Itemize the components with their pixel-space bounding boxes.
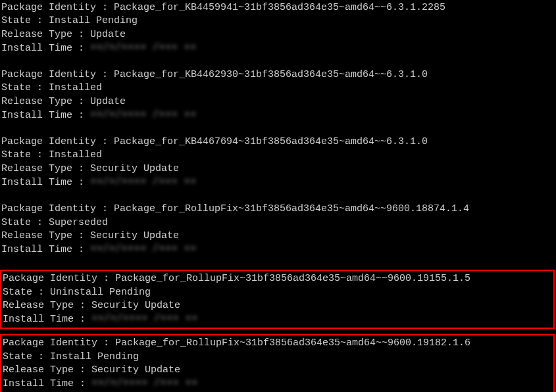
label-release: Release Type : [1,29,90,40]
value-state: Install Pending [50,351,139,362]
label-identity: Package Identity : [3,273,115,284]
package-entry: Package Identity : Package_for_RollupFix… [0,203,556,257]
label-state: State : [3,351,50,362]
label-time: Install Time : [3,314,91,325]
package-identity-line: Package Identity : Package_for_RollupFix… [1,203,555,216]
label-time: Install Time : [3,378,91,389]
value-time-redacted: ▪▪/▪/▪▪▪▪ /▪▪▪ ▪▪ [91,377,198,390]
package-identity-line: Package Identity : Package_for_RollupFix… [3,337,552,350]
label-release: Release Type : [3,364,91,376]
package-state-line: State : Uninstall Pending [3,286,552,299]
label-time: Install Time : [1,43,90,54]
package-time-line: Install Time : ▪▪/▪/▪▪▪▪ /▪▪▪ ▪▪ [3,377,552,391]
value-state: Installed [49,149,102,160]
package-entry-highlighted: Package Identity : Package_for_RollupFix… [0,270,555,329]
label-identity: Package Identity : [1,2,114,13]
value-state: Superseded [49,217,108,228]
value-state: Uninstall Pending [50,287,151,298]
label-identity: Package Identity : [1,136,114,147]
package-entry: Package Identity : Package_for_KB4462930… [0,68,556,122]
label-state: State : [1,217,49,228]
package-time-line: Install Time : ▪▪/▪/▪▪▪▪ /▪▪▪ ▪▪ [1,243,555,257]
value-release: Security Update [90,163,179,174]
label-time: Install Time : [1,244,90,255]
label-release: Release Type : [1,96,90,107]
label-release: Release Type : [1,163,90,174]
label-state: State : [1,15,49,26]
value-time-redacted: ▪▪/▪/▪▪▪▪ /▪▪▪ ▪▪ [91,312,198,326]
value-identity: Package_for_KB4467694~31bf3856ad364e35~a… [114,136,428,147]
label-identity: Package Identity : [3,337,115,349]
package-release-line: Release Type : Security Update [1,230,555,243]
value-release: Update [90,96,126,107]
value-identity: Package_for_RollupFix~31bf3856ad364e35~a… [114,203,469,214]
value-release: Security Update [90,230,179,241]
package-identity-line: Package Identity : Package_for_RollupFix… [3,272,552,285]
package-release-line: Release Type : Security Update [3,299,552,312]
package-release-line: Release Type : Security Update [3,364,552,377]
package-release-line: Release Type : Update [1,28,555,41]
label-release: Release Type : [1,230,90,241]
package-entry: Package Identity : Package_for_KB4459941… [0,1,556,55]
package-time-line: Install Time : ▪▪/▪/▪▪▪▪ /▪▪▪ ▪▪ [3,312,552,326]
package-state-line: State : Install Pending [1,14,555,28]
package-state-line: State : Install Pending [3,351,552,364]
package-state-line: State : Superseded [1,216,555,230]
label-identity: Package Identity : [1,69,114,80]
package-time-line: Install Time : ▪▪/▪/▪▪▪▪ /▪▪▪ ▪▪ [1,109,555,122]
value-state: Install Pending [49,15,138,26]
package-time-line: Install Time : ▪▪/▪/▪▪▪▪ /▪▪▪ ▪▪ [1,176,555,189]
label-time: Install Time : [1,110,90,121]
package-identity-line: Package Identity : Package_for_KB4467694… [1,135,555,149]
value-time-redacted: ▪▪/▪/▪▪▪▪ /▪▪▪ ▪▪ [90,41,197,55]
package-release-line: Release Type : Update [1,95,555,109]
package-identity-line: Package Identity : Package_for_KB4462930… [1,68,555,82]
label-state: State : [1,82,49,93]
package-state-line: State : Installed [1,149,555,162]
value-release: Update [90,29,126,40]
label-state: State : [1,149,49,160]
package-state-line: State : Installed [1,82,555,95]
value-identity: Package_for_KB4462930~31bf3856ad364e35~a… [114,69,428,80]
package-release-line: Release Type : Security Update [1,162,555,176]
package-entry-highlighted: Package Identity : Package_for_RollupFix… [0,334,555,392]
value-identity: Package_for_RollupFix~31bf3856ad364e35~a… [115,337,470,349]
label-time: Install Time : [1,177,90,188]
label-release: Release Type : [3,300,91,311]
value-release: Security Update [91,300,180,311]
label-identity: Package Identity : [1,203,114,214]
value-release: Security Update [91,364,180,376]
package-time-line: Install Time : ▪▪/▪/▪▪▪▪ /▪▪▪ ▪▪ [1,41,555,55]
value-identity: Package_for_KB4459941~31bf3856ad364e35~a… [114,2,445,13]
value-time-redacted: ▪▪/▪/▪▪▪▪ /▪▪▪ ▪▪ [90,176,197,189]
label-state: State : [3,287,50,298]
value-identity: Package_for_RollupFix~31bf3856ad364e35~a… [115,273,470,284]
value-state: Installed [49,82,102,93]
value-time-redacted: ▪▪/▪/▪▪▪▪ /▪▪▪ ▪▪ [90,109,197,122]
package-identity-line: Package Identity : Package_for_KB4459941… [1,1,555,14]
package-entry: Package Identity : Package_for_KB4467694… [0,135,556,189]
value-time-redacted: ▪▪/▪/▪▪▪▪ /▪▪▪ ▪▪ [90,243,197,256]
